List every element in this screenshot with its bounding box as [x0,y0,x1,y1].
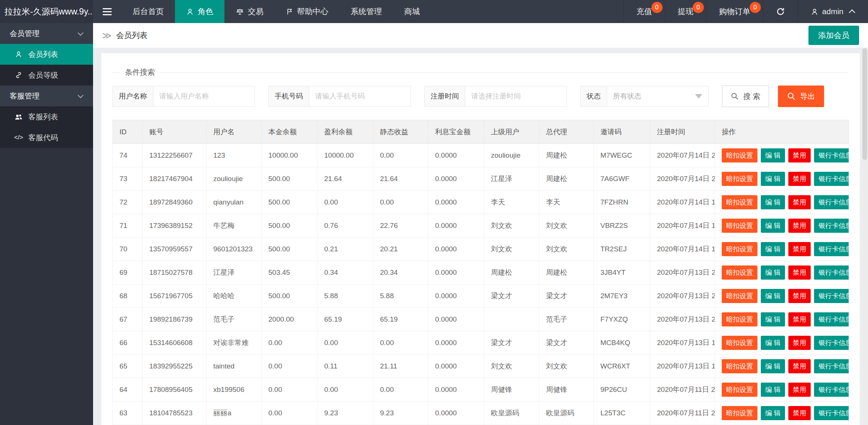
action-disable-button[interactable]: 禁用 [788,195,811,209]
cell-parent-user: 刘文欢 [484,238,539,261]
cell-principal-balance: 500.00 [262,191,317,214]
action-disable-button[interactable]: 禁用 [788,265,811,280]
action-edit-button[interactable]: 编 辑 [761,406,785,420]
shop-orders-button[interactable]: 购物订单 0 [706,0,763,23]
action-deduct-settings-button[interactable]: 暗扣设置 [722,242,757,256]
action-disable-button[interactable]: 禁用 [788,383,811,397]
cell-account: 13122256607 [143,144,207,167]
breadcrumb-icon: ≫ [102,30,112,41]
action-disable-button[interactable]: 禁用 [788,336,811,350]
phone-field-group: 手机号码 [268,86,411,107]
tab-system-manage[interactable]: 系统管理 [339,0,393,23]
sidebar-toggle-button[interactable] [93,0,121,23]
cell-username: 123 [207,144,262,167]
action-bank-card-button[interactable]: 银行卡信息 [814,383,849,397]
main-area: ≫ 会员列表 添加会员 条件搜索 用户名称 手机号码 注册时间 [93,23,868,425]
cell-static-income: 21.64 [373,167,428,191]
magnifier-icon [787,92,796,101]
hamburger-icon [103,6,112,17]
cell-principal-balance: 500.00 [262,284,317,308]
action-disable-button[interactable]: 禁用 [788,242,811,256]
username-field-group: 用户名称 [112,86,255,107]
action-deduct-settings-button[interactable]: 暗扣设置 [722,148,757,162]
col-account: 账号 [143,120,207,144]
action-disable-button[interactable]: 禁用 [788,406,811,420]
action-disable-button[interactable]: 禁用 [788,172,811,186]
action-deduct-settings-button[interactable]: 暗扣设置 [722,289,757,303]
tab-role[interactable]: 角色 [175,0,224,23]
withdraw-button[interactable]: 提现 0 [665,0,706,23]
export-button[interactable]: 导出 [778,86,824,107]
vertical-scrollbar[interactable] [862,48,868,425]
status-select[interactable]: 所有状态 [607,86,708,106]
user-menu[interactable]: admin [798,0,868,23]
action-bank-card-button[interactable]: 银行卡信息 [814,359,849,373]
action-deduct-settings-button[interactable]: 暗扣设置 [722,265,757,280]
action-disable-button[interactable]: 禁用 [788,359,811,373]
action-edit-button[interactable]: 编 辑 [761,172,785,186]
action-bank-card-button[interactable]: 银行卡信息 [814,406,849,420]
action-disable-button[interactable]: 禁用 [788,148,811,162]
status-field-group: 状态 所有状态 [580,86,709,107]
action-bank-card-button[interactable]: 银行卡信息 [814,336,849,350]
tab-mall[interactable]: 商城 [393,0,431,23]
tab-help-center[interactable]: 帮助中心 [275,0,339,23]
username-input[interactable] [153,86,255,106]
action-edit-button[interactable]: 编 辑 [761,195,785,209]
cell-static-income: 21.11 [373,355,428,378]
cell-principal-balance: 0.00 [262,402,317,425]
cell-general-agent: 周建松 [539,261,594,284]
action-deduct-settings-button[interactable]: 暗扣设置 [722,406,757,420]
action-deduct-settings-button[interactable]: 暗扣设置 [722,312,757,326]
action-deduct-settings-button[interactable]: 暗扣设置 [722,195,757,209]
action-edit-button[interactable]: 编 辑 [761,383,785,397]
action-bank-card-button[interactable]: 银行卡信息 [814,289,849,303]
action-edit-button[interactable]: 编 辑 [761,359,785,373]
refresh-button[interactable] [763,0,798,23]
action-edit-button[interactable]: 编 辑 [761,312,785,326]
action-bank-card-button[interactable]: 银行卡信息 [814,265,849,280]
action-disable-button[interactable]: 禁用 [788,219,811,233]
action-disable-button[interactable]: 禁用 [788,312,811,326]
scrollbar-thumb[interactable] [862,48,867,160]
shop-orders-badge: 0 [750,2,761,13]
cell-profit-balance: 21.64 [317,167,373,191]
action-bank-card-button[interactable]: 银行卡信息 [814,242,849,256]
action-deduct-settings-button[interactable]: 暗扣设置 [722,172,757,186]
cell-profit-balance: 0.00 [317,191,373,214]
col-interest-treasure: 利息宝金额 [428,120,484,144]
action-deduct-settings-button[interactable]: 暗扣设置 [722,219,757,233]
search-button[interactable]: 搜 索 [722,86,769,107]
table-row: 7218972849360qianyulan500.000.000.000.00… [113,191,849,214]
action-edit-button[interactable]: 编 辑 [761,148,785,162]
action-edit-button[interactable]: 编 辑 [761,289,785,303]
sidebar-group-member-manage[interactable]: 会员管理 [0,23,93,44]
action-disable-button[interactable]: 禁用 [788,289,811,303]
action-bank-card-button[interactable]: 银行卡信息 [814,172,849,186]
add-member-button[interactable]: 添加会员 [808,26,859,45]
sidebar-item-member-level[interactable]: 会员等级 [0,65,93,86]
action-bank-card-button[interactable]: 银行卡信息 [814,195,849,209]
register-time-input[interactable] [465,86,567,106]
top-right-menu: 充值 0 提现 0 购物订单 0 admin [623,0,868,23]
action-edit-button[interactable]: 编 辑 [761,336,785,350]
action-bank-card-button[interactable]: 银行卡信息 [814,312,849,326]
cell-profit-balance: 0.34 [317,261,373,284]
action-bank-card-button[interactable]: 银行卡信息 [814,219,849,233]
phone-input[interactable] [309,86,411,106]
recharge-button[interactable]: 充值 0 [623,0,665,23]
action-bank-card-button[interactable]: 银行卡信息 [814,148,849,162]
action-edit-button[interactable]: 编 辑 [761,242,785,256]
action-deduct-settings-button[interactable]: 暗扣设置 [722,359,757,373]
action-deduct-settings-button[interactable]: 暗扣设置 [722,336,757,350]
tab-trade[interactable]: 交易 [224,0,275,23]
action-edit-button[interactable]: 编 辑 [761,219,785,233]
table-row: 7318217467904zoulioujie500.0021.6421.640… [113,167,849,191]
sidebar-item-service-list[interactable]: 客服列表 [0,106,93,127]
action-deduct-settings-button[interactable]: 暗扣设置 [722,383,757,397]
sidebar-item-member-list[interactable]: 会员列表 [0,44,93,65]
sidebar-item-service-code[interactable]: </> 客服代码 [0,127,93,148]
sidebar-group-service-manage[interactable]: 客服管理 [0,86,93,106]
tab-dashboard[interactable]: 后台首页 [121,0,175,23]
action-edit-button[interactable]: 编 辑 [761,265,785,280]
